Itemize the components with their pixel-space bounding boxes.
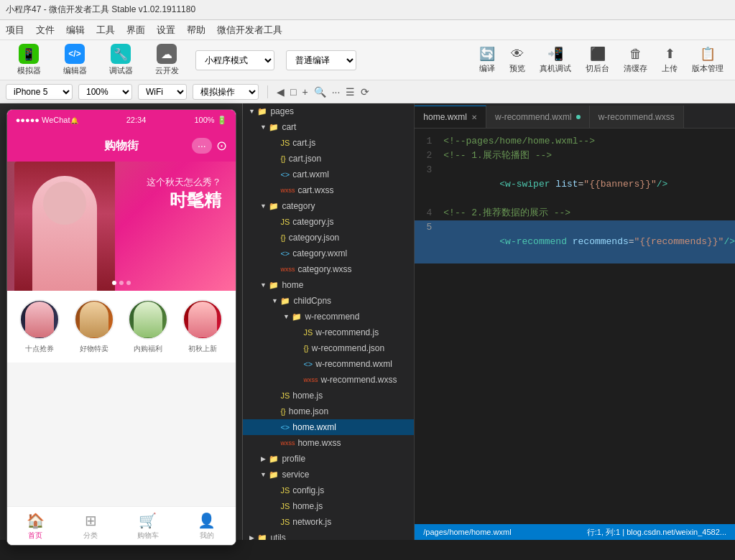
title-bar: 小程序47 - 微信开发者工具 Stable v1.02.1911180 <box>0 0 735 20</box>
operation-select[interactable]: 模拟操作 <box>193 84 259 100</box>
menu-item-wechat-devtools[interactable]: 微信开发者工具 <box>217 24 282 37</box>
version-button[interactable]: 📋 版本管理 <box>689 46 726 74</box>
tree-item-cart[interactable]: ▼ 📁 cart <box>243 119 414 135</box>
editor-tab-w-recommend-wxml[interactable]: w-recommend.wxml <box>486 106 590 128</box>
category-item-4[interactable]: 初秋上新 <box>182 299 223 354</box>
tree-item-w-recommend-js[interactable]: JS w-recommend.js <box>243 325 414 340</box>
phone-categories: 十点抢券 好物特卖 内购福利 <box>7 291 236 363</box>
code-editor[interactable]: 1 <!--pages/home/home.wxml--> 2 <!-- 1.展… <box>415 129 735 524</box>
preview-button[interactable]: 👁 预览 <box>507 47 528 74</box>
square-icon[interactable]: □ <box>290 86 296 98</box>
tree-item-category-wxml[interactable]: <> category.wxml <box>243 246 414 261</box>
tree-item-category-wxss[interactable]: wxss category.wxss <box>243 261 414 277</box>
tree-item-config-js[interactable]: JS config.js <box>243 482 414 498</box>
tab-home[interactable]: 🏠 首页 <box>27 512 45 541</box>
phone: ●●●●● WeChat🔔 22:34 100% 🔋 购物街 ··· ⊙ <box>6 109 236 546</box>
menu-item-help[interactable]: 帮助 <box>187 24 205 37</box>
tree-label-config-js: config.js <box>292 485 324 495</box>
add-icon[interactable]: + <box>302 86 308 98</box>
json-icon-category: {} <box>280 233 285 242</box>
folder-icon-childcpns: 📁 <box>280 297 290 306</box>
tree-label-category-json: category.json <box>289 233 339 243</box>
tree-item-pages[interactable]: ▼ 📁 pages <box>243 103 414 119</box>
tree-item-cart-wxml[interactable]: <> cart.wxml <box>243 167 414 182</box>
status-right: 行:1, 列:1 | blog.csdn.net/weixin_4582... <box>587 527 726 538</box>
rotate-icon[interactable]: ⟳ <box>361 86 369 98</box>
nav-dots-button[interactable]: ··· <box>192 138 212 154</box>
tree-label-cart: cart <box>282 122 296 132</box>
wxss-icon-home: wxss <box>280 439 295 447</box>
list-icon[interactable]: ☰ <box>346 86 355 98</box>
menu-bar: 项目 文件 编辑 工具 界面 设置 帮助 微信开发者工具 <box>0 20 735 40</box>
editor-tab-w-recommend-wxss[interactable]: w-recommend.wxss <box>590 106 684 128</box>
tree-item-home-wxml[interactable]: <> home.wxml <box>243 419 414 435</box>
debugger-button[interactable]: 🔧 调试器 <box>101 43 141 78</box>
upload-button[interactable]: ⬆ 上传 <box>659 46 680 74</box>
tree-item-category-js[interactable]: JS category.js <box>243 214 414 230</box>
tree-label-category-wxml: category.wxml <box>292 248 347 258</box>
tree-item-profile[interactable]: ▶ 📁 profile <box>243 451 414 467</box>
tree-item-w-recommend[interactable]: ▼ 📁 w-recommend <box>243 309 414 325</box>
compile-button[interactable]: 🔄 编译 <box>476 46 498 74</box>
tree-arrow-home: ▼ <box>257 281 269 289</box>
category-item-2[interactable]: 好物特卖 <box>74 299 114 354</box>
tree-item-cart-json[interactable]: {} cart.json <box>243 151 414 167</box>
tree-label-home-wxml: home.wxml <box>292 422 336 432</box>
search-icon[interactable]: 🔍 <box>314 86 326 98</box>
tree-item-home-json[interactable]: {} home.json <box>243 403 414 419</box>
tree-label-w-recommend-js: w-recommend.js <box>315 327 379 337</box>
tree-item-home[interactable]: ▼ 📁 home <box>243 277 414 293</box>
tree-label-cart-js: cart.js <box>292 138 315 148</box>
cloud-button[interactable]: ☁ 云开发 <box>147 43 187 78</box>
category-item-3[interactable]: 内购福利 <box>128 299 168 354</box>
tree-item-utils[interactable]: ▶ 📁 utils <box>243 530 414 540</box>
tree-item-home-js[interactable]: JS home.js <box>243 388 414 403</box>
tree-item-category[interactable]: ▼ 📁 category <box>243 198 414 214</box>
compile-select[interactable]: 普通编译 <box>286 50 356 70</box>
tree-item-cart-js[interactable]: JS cart.js <box>243 135 414 151</box>
tree-item-w-recommend-json[interactable]: {} w-recommend.json <box>243 340 414 356</box>
tree-item-childcpns[interactable]: ▼ 📁 childCpns <box>243 293 414 309</box>
js-icon-network: JS <box>280 518 290 526</box>
tree-item-w-recommend-wxml[interactable]: <> w-recommend.wxml <box>243 356 414 372</box>
tree-item-network-js[interactable]: JS network.js <box>243 514 414 530</box>
mode-select[interactable]: 小程序模式 插件模式 <box>195 50 274 70</box>
tree-item-service[interactable]: ▼ 📁 service <box>243 467 414 482</box>
tree-label-home: home <box>282 280 303 290</box>
sub-toolbar: iPhone 5 iPhone 6 iPhone X 100% 75% 50% … <box>0 80 735 103</box>
category-item-1[interactable]: 十点抢券 <box>19 299 60 354</box>
line-content-4: <!-- 2.推荐数据的展示 --> <box>443 206 735 220</box>
menu-item-settings[interactable]: 设置 <box>157 24 175 37</box>
editor-tab-home-wxml[interactable]: home.wxml ✕ <box>415 106 486 128</box>
editor-button[interactable]: </> 编辑器 <box>55 43 95 78</box>
clear-cache-button[interactable]: 🗑 清缓存 <box>621 47 650 74</box>
simulator-button[interactable]: 📱 模拟器 <box>9 43 49 78</box>
tab-cart[interactable]: 🛒 购物车 <box>137 512 159 541</box>
tree-label-cart-wxss: cart.wxss <box>297 185 333 195</box>
device-debug-button[interactable]: 📲 真机调试 <box>537 46 574 74</box>
tree-item-category-json[interactable]: {} category.json <box>243 230 414 246</box>
nav-search-icon[interactable]: ⊙ <box>216 138 227 154</box>
more-icon[interactable]: ··· <box>332 86 341 98</box>
menu-item-file[interactable]: 文件 <box>36 24 55 37</box>
menu-item-interface[interactable]: 界面 <box>126 24 145 37</box>
tree-item-home-wxss[interactable]: wxss home.wxss <box>243 435 414 451</box>
tree-item-w-recommend-wxss[interactable]: wxss w-recommend.wxss <box>243 372 414 388</box>
tree-item-service-home-js[interactable]: JS home.js <box>243 498 414 514</box>
device-select[interactable]: iPhone 5 iPhone 6 iPhone X <box>6 84 73 100</box>
menu-item-tools[interactable]: 工具 <box>96 24 115 37</box>
menu-item-project[interactable]: 项目 <box>6 24 24 37</box>
network-select[interactable]: WiFi 4G 3G <box>138 84 187 100</box>
background-button[interactable]: ⬛ 切后台 <box>583 46 612 74</box>
filetree-panel: ▼ 📁 pages ▼ 📁 cart JS cart.js {} cart.js… <box>243 103 415 540</box>
banner-text-overlay: 这个秋天怎么秀？ 时髦精 <box>147 176 221 212</box>
sub-toolbar-left: iPhone 5 iPhone 6 iPhone X 100% 75% 50% … <box>6 84 369 100</box>
tab-category[interactable]: ⊞ 分类 <box>83 512 98 541</box>
back-icon[interactable]: ◀ <box>277 86 285 98</box>
tab-close-home-wxml[interactable]: ✕ <box>471 113 477 121</box>
zoom-select[interactable]: 100% 75% 50% <box>78 84 132 100</box>
tree-item-cart-wxss[interactable]: wxss cart.wxss <box>243 182 414 198</box>
tab-profile[interactable]: 👤 我的 <box>198 512 216 541</box>
menu-item-edit[interactable]: 编辑 <box>66 24 85 37</box>
tree-label-service-home-js: home.js <box>292 501 323 511</box>
